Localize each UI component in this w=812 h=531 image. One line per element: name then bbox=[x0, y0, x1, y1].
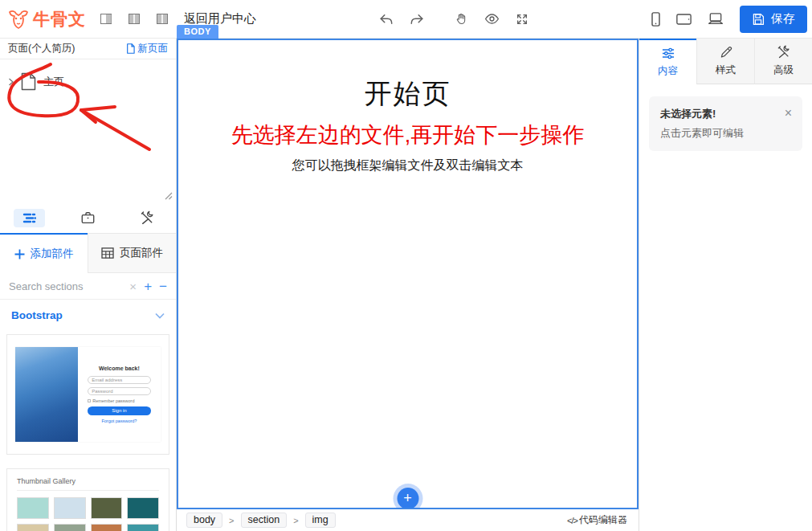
no-selection-alert: 未选择元素! 点击元素即可编辑 × bbox=[649, 96, 802, 151]
canvas-start-page-title: 开始页 bbox=[178, 76, 637, 112]
editor-canvas[interactable]: 开始页 先选择左边的文件,再开始下一步操作 您可以拖拽框架编辑文件及双击编辑文本… bbox=[177, 39, 639, 509]
new-page-doc-icon bbox=[126, 43, 135, 54]
new-page-button[interactable]: 新页面 bbox=[126, 42, 169, 55]
alert-title: 未选择元素! bbox=[660, 107, 791, 121]
gallery-preview: Thumbnail Gallery bbox=[7, 469, 169, 531]
hand-drag-icon[interactable] bbox=[455, 12, 468, 26]
canvas-hint-text: 您可以拖拽框架编辑文件及双击编辑文本 bbox=[178, 157, 637, 174]
breadcrumb-img[interactable]: img bbox=[305, 513, 336, 528]
tab-content[interactable]: 内容 bbox=[639, 39, 696, 84]
fullscreen-icon[interactable] bbox=[516, 13, 528, 26]
layers-icon bbox=[14, 209, 45, 227]
gallery-thumb bbox=[17, 497, 49, 519]
tablet-device-icon[interactable] bbox=[676, 14, 692, 25]
block-thumbnail-gallery[interactable]: Thumbnail Gallery bbox=[6, 468, 169, 531]
blocks-sub-tabs: 添加部件 页面部件 bbox=[0, 233, 176, 273]
settings-mode-tab[interactable] bbox=[117, 202, 176, 233]
undo-icon[interactable] bbox=[379, 13, 394, 26]
layers-mode-tab[interactable] bbox=[0, 202, 59, 233]
tab-page-widget[interactable]: 页面部件 bbox=[88, 233, 176, 273]
briefcase-icon bbox=[72, 208, 104, 227]
ox-logo-icon bbox=[8, 9, 29, 30]
close-icon[interactable]: × bbox=[785, 107, 792, 120]
alert-text: 点击元素即可编辑 bbox=[660, 126, 791, 141]
toggle-right-panel-icon[interactable] bbox=[157, 14, 168, 24]
right-panel: 内容 样式 高级 未选择元素! 点击元素即可编辑 × bbox=[639, 39, 812, 531]
tab-add-widget[interactable]: 添加部件 bbox=[0, 233, 88, 273]
element-breadcrumb: body > section > img bbox=[186, 513, 336, 528]
tab-page-widget-label: 页面部件 bbox=[120, 246, 163, 260]
desktop-device-icon[interactable] bbox=[708, 13, 724, 25]
save-button[interactable]: 保存 bbox=[740, 6, 807, 33]
resize-grip-icon[interactable] bbox=[163, 190, 173, 200]
chevron-right-icon[interactable] bbox=[8, 78, 14, 86]
gallery-thumb bbox=[54, 524, 86, 531]
left-panel: 页面(个人简历) 新页面 主页 bbox=[0, 39, 177, 531]
gallery-thumb bbox=[127, 524, 159, 531]
checkbox-icon bbox=[88, 399, 91, 402]
canvas-tools bbox=[256, 12, 651, 26]
gallery-thumb bbox=[127, 497, 159, 519]
pages-tree: 主页 bbox=[0, 59, 176, 202]
redo-icon[interactable] bbox=[410, 13, 424, 26]
login-preview-password-field: Password bbox=[88, 387, 150, 395]
gallery-preview-grid bbox=[17, 497, 159, 531]
expand-all-icon[interactable]: + bbox=[144, 280, 152, 293]
login-preview-remember: Remember password bbox=[88, 398, 150, 403]
sliders-icon bbox=[661, 47, 675, 59]
app-title: 牛骨文 bbox=[33, 8, 86, 31]
login-preview-title: Welcome back! bbox=[99, 366, 140, 371]
new-page-label: 新页面 bbox=[138, 42, 169, 55]
code-editor-label: 代码编辑器 bbox=[579, 513, 627, 527]
category-bootstrap[interactable]: Bootstrap bbox=[0, 300, 176, 329]
breadcrumb-separator: > bbox=[229, 516, 234, 525]
status-bar: body > section > img </> 代码编辑器 bbox=[177, 509, 639, 531]
canvas-wrap: BODY 开始页 先选择左边的文件,再开始下一步操作 您可以拖拽框架编辑文件及双… bbox=[177, 39, 639, 509]
clear-search-icon[interactable]: × bbox=[129, 280, 137, 292]
page-file-icon bbox=[21, 72, 36, 91]
plus-icon bbox=[14, 249, 25, 259]
device-switcher bbox=[651, 12, 724, 27]
tools-icon bbox=[777, 45, 790, 59]
search-sections-input[interactable] bbox=[9, 280, 122, 292]
login-preview-image bbox=[15, 347, 78, 442]
add-block-button[interactable]: + bbox=[397, 488, 418, 509]
gallery-thumb bbox=[91, 524, 123, 531]
breadcrumb-separator: > bbox=[293, 516, 298, 525]
login-preview: Welcome back! Email address Password Rem… bbox=[15, 347, 161, 442]
app-logo[interactable]: 牛骨文 bbox=[8, 8, 86, 31]
table-grid-icon bbox=[101, 247, 114, 259]
login-preview-signin-button: Sign in bbox=[88, 406, 150, 415]
top-toolbar: 牛骨文 返回用户中心 bbox=[0, 0, 812, 39]
blocks-mode-tab[interactable] bbox=[59, 202, 117, 233]
gallery-thumb bbox=[91, 497, 123, 519]
preview-eye-icon[interactable] bbox=[484, 13, 500, 25]
toggle-split-panel-icon[interactable] bbox=[129, 14, 140, 24]
pencil-icon bbox=[720, 46, 732, 59]
gallery-thumb bbox=[17, 524, 49, 531]
gallery-thumb bbox=[54, 497, 86, 519]
block-login-section[interactable]: Welcome back! Email address Password Rem… bbox=[6, 334, 169, 455]
login-preview-form: Welcome back! Email address Password Rem… bbox=[78, 347, 161, 442]
toggle-left-panel-icon[interactable] bbox=[100, 14, 112, 24]
tab-advanced[interactable]: 高级 bbox=[754, 39, 812, 84]
breadcrumb-section[interactable]: section bbox=[241, 513, 288, 528]
tree-item-label: 主页 bbox=[43, 75, 64, 89]
gallery-preview-title: Thumbnail Gallery bbox=[17, 477, 159, 491]
tab-style[interactable]: 样式 bbox=[696, 39, 754, 84]
tab-style-label: 样式 bbox=[716, 63, 736, 77]
login-preview-email-field: Email address bbox=[88, 376, 150, 384]
left-panel-mode-strip bbox=[0, 202, 176, 233]
pages-header: 页面(个人简历) 新页面 bbox=[0, 39, 176, 59]
collapse-all-icon[interactable]: − bbox=[159, 280, 167, 293]
block-search-bar: × + − bbox=[0, 273, 176, 300]
main-layout: 页面(个人简历) 新页面 主页 bbox=[0, 39, 812, 531]
selected-element-badge: BODY bbox=[177, 25, 218, 39]
save-button-label: 保存 bbox=[771, 11, 795, 27]
tree-item-home[interactable]: 主页 bbox=[0, 59, 176, 91]
mobile-device-icon[interactable] bbox=[651, 12, 660, 27]
breadcrumb-body[interactable]: body bbox=[186, 513, 222, 528]
code-editor-toggle[interactable]: </> 代码编辑器 bbox=[567, 513, 627, 527]
tab-content-label: 内容 bbox=[658, 64, 678, 78]
tools-icon bbox=[131, 207, 163, 228]
